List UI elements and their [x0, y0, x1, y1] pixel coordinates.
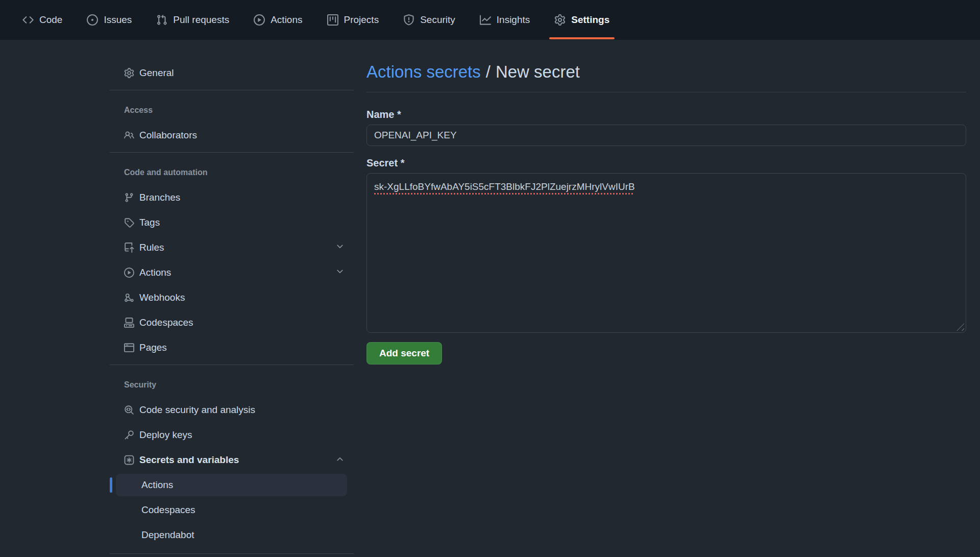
tab-actions[interactable]: Actions: [246, 0, 310, 39]
sidebar-item-label: Deploy keys: [139, 429, 192, 441]
codespaces-icon: [124, 318, 134, 328]
sidebar-item-branches[interactable]: Branches: [110, 186, 354, 209]
sidebar-item-label: Rules: [139, 242, 164, 253]
tab-issues[interactable]: Issues: [79, 0, 140, 39]
add-secret-button[interactable]: Add secret: [366, 342, 442, 365]
divider: [110, 553, 354, 554]
sidebar-item-general[interactable]: General: [110, 62, 354, 84]
tab-label: Security: [420, 14, 455, 26]
chevron-up-icon: [335, 454, 345, 466]
codescan-icon: [124, 405, 134, 415]
divider: [110, 365, 354, 365]
key-icon: [124, 430, 134, 440]
tab-label: Projects: [344, 14, 379, 26]
repo-push-icon: [124, 243, 134, 253]
settings-layout: General Access Collaborators Code and au…: [0, 40, 980, 554]
repo-tab-bar: Code Issues Pull requests Actions Projec…: [0, 0, 980, 40]
tab-security[interactable]: Security: [395, 0, 463, 39]
sidebar-item-tags[interactable]: Tags: [110, 211, 354, 234]
gear-icon: [124, 68, 134, 78]
sidebar-section-security: Security: [110, 380, 354, 390]
subitem-codespaces[interactable]: Codespaces: [116, 499, 347, 521]
tab-pull-requests[interactable]: Pull requests: [148, 0, 237, 39]
secrets-subitems: Actions Codespaces Dependabot: [110, 474, 354, 546]
tab-projects[interactable]: Projects: [319, 0, 387, 39]
sidebar-item-label: General: [139, 67, 174, 79]
subitem-label: Dependabot: [141, 529, 194, 541]
gear-icon: [554, 14, 566, 26]
chevron-down-icon: [335, 242, 345, 254]
actions-secrets-link[interactable]: Actions secrets: [366, 62, 481, 81]
sidebar-item-deploy-keys[interactable]: Deploy keys: [110, 424, 354, 446]
tab-label: Issues: [104, 14, 132, 26]
tab-code[interactable]: Code: [14, 0, 70, 39]
secret-value-text: sk-XgLLfoBYfwAbAY5iS5cFT3BlbkFJ2PlZuejrz…: [374, 181, 635, 192]
sidebar-section-code-automation: Code and automation: [110, 168, 354, 177]
divider: [110, 90, 354, 90]
resize-handle[interactable]: [957, 323, 964, 331]
tab-settings[interactable]: Settings: [546, 0, 618, 39]
sidebar-item-collaborators[interactable]: Collaborators: [110, 124, 354, 147]
shield-icon: [403, 14, 414, 26]
sidebar-item-label: Code security and analysis: [139, 404, 255, 416]
page-title: Actions secrets/New secret: [366, 62, 966, 92]
chevron-down-icon: [335, 267, 345, 279]
subitem-label: Codespaces: [141, 504, 195, 516]
browser-icon: [124, 343, 134, 353]
tab-label: Code: [39, 14, 62, 26]
git-pull-request-icon: [156, 14, 167, 26]
sidebar-item-webhooks[interactable]: Webhooks: [110, 286, 354, 309]
code-icon: [22, 14, 34, 26]
secret-name-input[interactable]: [366, 125, 966, 146]
sidebar-item-label: Pages: [139, 342, 167, 353]
project-icon: [327, 14, 338, 26]
name-label: Name *: [366, 109, 966, 120]
tab-label: Settings: [571, 14, 609, 26]
sidebar-item-label: Secrets and variables: [139, 454, 239, 466]
issue-opened-icon: [87, 14, 98, 26]
play-icon: [124, 268, 134, 278]
sidebar-item-label: Actions: [139, 267, 171, 278]
sidebar-section-access: Access: [110, 106, 354, 115]
tag-icon: [124, 217, 134, 228]
secret-label: Secret *: [366, 157, 966, 169]
sidebar-item-label: Collaborators: [139, 130, 197, 141]
graph-icon: [480, 14, 491, 26]
asterisk-box-icon: [124, 455, 134, 465]
sidebar-item-label: Webhooks: [139, 292, 185, 303]
active-tab-underline: [549, 37, 615, 39]
divider: [110, 152, 354, 153]
sidebar-item-pages[interactable]: Pages: [110, 336, 354, 359]
tab-label: Insights: [497, 14, 530, 26]
subitem-label: Actions: [141, 479, 173, 491]
tab-label: Actions: [271, 14, 302, 26]
settings-sidebar: General Access Collaborators Code and au…: [110, 40, 354, 554]
tab-label: Pull requests: [173, 14, 229, 26]
sidebar-item-rules[interactable]: Rules: [110, 236, 354, 259]
tab-insights[interactable]: Insights: [472, 0, 538, 39]
sidebar-item-code-security[interactable]: Code security and analysis: [110, 399, 354, 421]
breadcrumb-separator: /: [486, 62, 491, 81]
sidebar-item-label: Codespaces: [139, 317, 193, 328]
subitem-dependabot[interactable]: Dependabot: [116, 524, 347, 546]
new-secret-panel: Actions secrets/New secret Name * Secret…: [366, 40, 966, 365]
sidebar-item-label: Branches: [139, 192, 180, 203]
people-icon: [124, 130, 134, 140]
sidebar-item-codespaces[interactable]: Codespaces: [110, 311, 354, 334]
play-icon: [254, 14, 265, 26]
sidebar-item-secrets-variables[interactable]: Secrets and variables: [110, 449, 354, 471]
sidebar-item-actions-settings[interactable]: Actions: [110, 261, 354, 284]
breadcrumb-current: New secret: [496, 62, 580, 81]
secret-value-textarea[interactable]: sk-XgLLfoBYfwAbAY5iS5cFT3BlbkFJ2PlZuejrz…: [366, 173, 966, 333]
subitem-actions[interactable]: Actions: [116, 474, 347, 496]
active-item-indicator: [110, 477, 112, 493]
git-branch-icon: [124, 192, 134, 203]
sidebar-item-label: Tags: [139, 217, 160, 228]
webhook-icon: [124, 293, 134, 303]
